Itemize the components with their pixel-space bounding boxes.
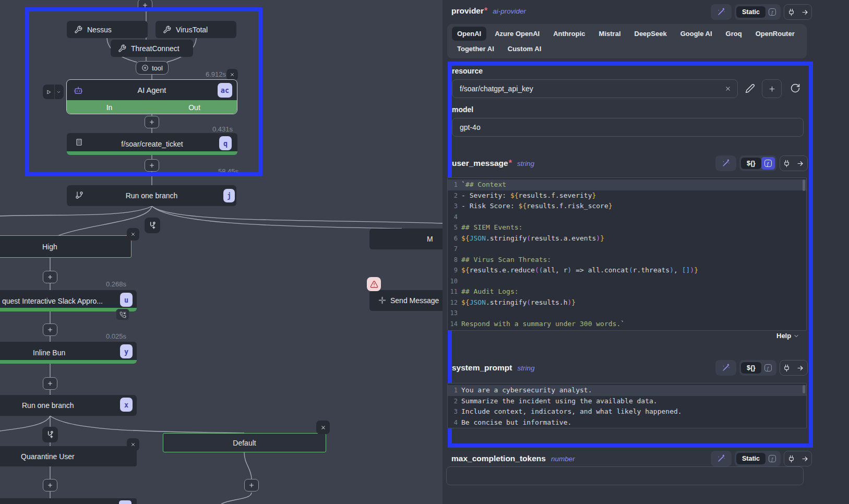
- node-virustotal[interactable]: VirusTotal: [156, 21, 236, 38]
- node-ref-badge: u: [120, 293, 133, 307]
- line-number: 7: [448, 244, 461, 255]
- run-node-control[interactable]: [43, 85, 64, 99]
- provider-tab-openai[interactable]: OpenAI: [452, 27, 486, 41]
- user-message-editor[interactable]: 1`## Context2- Severity: ${results.f.sev…: [447, 177, 807, 331]
- add-node-connector[interactable]: [43, 323, 57, 336]
- play-button[interactable]: [43, 85, 55, 99]
- ai-autofill-button[interactable]: [711, 4, 732, 20]
- workflow-canvas[interactable]: Nessus VirusTotal ThreatConnect tool 6.9…: [0, 0, 443, 504]
- node-label: Nessus: [87, 26, 112, 34]
- provider-tab-mistral[interactable]: Mistral: [594, 27, 626, 41]
- node-run-one-branch-2[interactable]: Run one branch: [0, 395, 137, 416]
- plug-button[interactable]: [780, 156, 794, 171]
- branch-quarantine-user[interactable]: Quarantine User: [0, 446, 137, 466]
- provider-tab-google-ai[interactable]: Google AI: [675, 27, 718, 41]
- provider-tab-azure-openai[interactable]: Azure OpenAI: [489, 27, 545, 41]
- model-input[interactable]: [452, 118, 804, 137]
- add-branch-button[interactable]: [42, 427, 58, 442]
- provider-tab-anthropic[interactable]: Anthropic: [548, 27, 590, 41]
- mode-expression-option[interactable]: ${}: [741, 362, 761, 374]
- add-node-connector[interactable]: [145, 159, 159, 172]
- arrow-right-icon: [801, 455, 809, 463]
- add-node-connector[interactable]: [43, 377, 57, 390]
- code-line: 1You are a cybersecurity analyst.: [448, 385, 806, 396]
- node-partial-bottom[interactable]: [0, 498, 137, 504]
- add-node-connector[interactable]: [43, 479, 57, 491]
- add-node-connector[interactable]: [244, 479, 259, 491]
- node-run-one-branch-1[interactable]: Run one branch: [67, 185, 236, 206]
- provider-tab-deepseek[interactable]: DeepSeek: [629, 27, 672, 41]
- expand-button[interactable]: [798, 451, 811, 466]
- add-node-connector[interactable]: [138, 0, 152, 11]
- node-nessus[interactable]: Nessus: [67, 21, 148, 38]
- branch-label: High: [42, 236, 57, 257]
- node-threatconnect[interactable]: ThreatConnect: [111, 40, 193, 57]
- node-send-message[interactable]: Send Message: [369, 290, 443, 311]
- in-handle[interactable]: In: [67, 100, 152, 114]
- max-tokens-input[interactable]: [446, 466, 804, 485]
- mode-static-option[interactable]: Static: [736, 6, 766, 18]
- expand-button[interactable]: [794, 156, 807, 171]
- node-label: Run one branch: [22, 395, 74, 416]
- ai-agent-io-bar: In Out: [67, 100, 237, 114]
- provider-tab-custom-ai[interactable]: Custom AI: [503, 42, 547, 56]
- expand-button[interactable]: [794, 361, 807, 375]
- refresh-icon[interactable]: [790, 83, 800, 93]
- run-options-button[interactable]: [55, 85, 63, 99]
- duration-label: 0.025s: [106, 332, 126, 340]
- provider-tab-together-ai[interactable]: Together AI: [452, 42, 499, 56]
- system-prompt-editor[interactable]: 1You are a cybersecurity analyst.2Summar…: [447, 383, 807, 428]
- tool-handle[interactable]: tool: [136, 61, 169, 75]
- resource-input[interactable]: [452, 79, 738, 98]
- field-user-message-actions: ${}: [715, 155, 808, 171]
- remove-branch-button[interactable]: [127, 228, 139, 241]
- mode-toggle[interactable]: Static: [735, 4, 781, 20]
- function-icon[interactable]: [766, 6, 779, 18]
- remove-branch-button[interactable]: [127, 438, 139, 451]
- out-handle[interactable]: Out: [152, 100, 237, 114]
- magic-wand-icon: [717, 8, 725, 16]
- expand-button[interactable]: [798, 5, 811, 19]
- branch-m[interactable]: M: [369, 229, 443, 249]
- plug-button[interactable]: [784, 5, 798, 19]
- scrollbar-thumb[interactable]: [803, 179, 805, 191]
- line-number: 9: [448, 265, 461, 276]
- mode-expression-option[interactable]: ${}: [741, 158, 761, 169]
- function-icon[interactable]: [761, 157, 775, 170]
- mode-toggle[interactable]: Static: [735, 451, 781, 466]
- add-node-connector[interactable]: [145, 116, 159, 128]
- add-node-connector[interactable]: [43, 271, 57, 283]
- node-inline-bun[interactable]: Inline Bun: [0, 342, 137, 364]
- line-number: 10: [448, 276, 461, 287]
- ai-autofill-button[interactable]: [715, 155, 736, 171]
- clear-icon[interactable]: [724, 85, 732, 92]
- node-create-ticket[interactable]: f/soar/create_ticket: [67, 133, 237, 155]
- branch-default[interactable]: Default: [163, 433, 326, 452]
- provider-tab-groq[interactable]: Groq: [721, 27, 747, 41]
- help-toggle[interactable]: Help: [776, 332, 799, 340]
- code-line: 10: [448, 276, 806, 287]
- mode-static-option[interactable]: Static: [736, 453, 766, 464]
- edit-pencil-icon[interactable]: [745, 83, 755, 93]
- ai-autofill-button[interactable]: [715, 360, 736, 376]
- remove-branch-button[interactable]: [316, 421, 330, 434]
- node-slack-approval[interactable]: quest Interactive Slack Appro...: [0, 290, 137, 311]
- code-text: ## Virus Scan Threats:: [461, 255, 551, 266]
- plug-button[interactable]: [780, 361, 794, 375]
- mode-toggle[interactable]: ${}: [739, 360, 776, 376]
- node-label: ThreatConnect: [131, 44, 180, 53]
- function-icon[interactable]: [766, 452, 779, 465]
- provider-tab-openrouter[interactable]: OpenRouter: [750, 27, 800, 41]
- add-resource-button[interactable]: [762, 79, 782, 98]
- remove-node-button[interactable]: [226, 69, 238, 80]
- scrollbar-thumb[interactable]: [803, 385, 805, 393]
- add-branch-button[interactable]: [145, 218, 160, 233]
- node-ai-agent[interactable]: AI Agent In Out: [66, 79, 237, 114]
- plug-button[interactable]: [784, 451, 798, 466]
- line-number: 4: [448, 417, 461, 428]
- function-icon[interactable]: [761, 362, 775, 374]
- ai-autofill-button[interactable]: [711, 451, 732, 466]
- branch-high[interactable]: High: [0, 235, 131, 258]
- code-line: 13: [448, 308, 806, 319]
- mode-toggle[interactable]: ${}: [739, 155, 776, 171]
